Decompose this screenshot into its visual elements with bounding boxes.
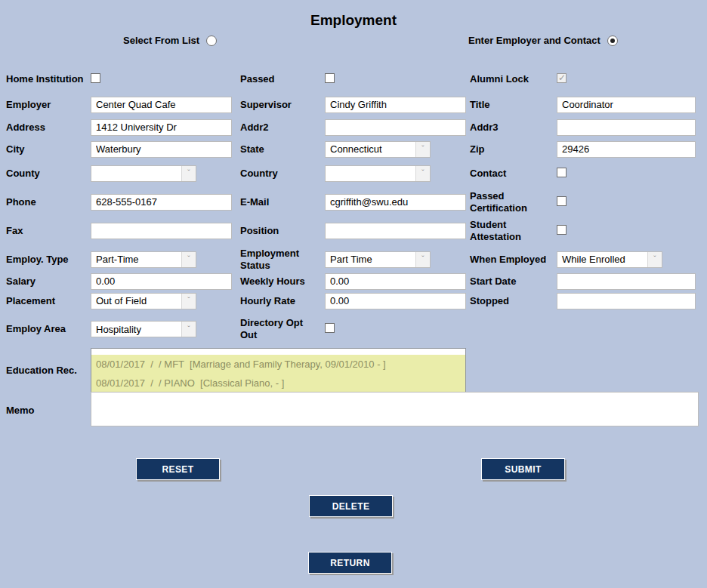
addr2-input[interactable] [325,119,466,136]
when-employed-select[interactable]: While Enrolled ˇ [557,251,662,268]
employment-status-select[interactable]: Part Time ˇ [325,251,431,268]
fax-label: Fax [6,225,91,237]
employ-type-select[interactable]: Part-Time ˇ [91,251,196,268]
passed-label: Passed [240,73,325,85]
submit-button[interactable]: SUBMIT [481,458,565,480]
passed-certification-checkbox[interactable] [557,196,567,206]
delete-button[interactable]: DELETE [309,495,393,517]
education-rec-list[interactable]: 08/01/2017 / / MFT [Marriage and Family … [91,348,466,393]
select-from-list-radio[interactable] [206,35,217,46]
fax-input[interactable] [91,223,232,239]
employ-area-label: Employ Area [6,323,91,335]
stopped-input[interactable] [557,293,696,309]
radio-group-enter-employer: Enter Employer and Contact [468,35,618,46]
alumni-lock-checkbox[interactable] [557,73,567,83]
position-label: Position [240,225,325,237]
hourly-rate-input[interactable] [325,293,466,309]
city-input[interactable] [91,141,232,158]
chevron-down-icon: ˇ [181,294,196,309]
placement-label: Placement [6,295,91,307]
county-label: County [6,168,91,180]
phone-label: Phone [6,196,91,208]
employment-form: Employment Select From List Enter Employ… [0,0,707,588]
page-title: Employment [0,12,707,29]
state-select-value: Connecticut [326,143,415,155]
salary-input[interactable] [91,273,232,290]
chevron-down-icon: ˇ [181,322,196,337]
return-button[interactable]: RETURN [308,552,392,574]
phone-input[interactable] [91,194,232,211]
education-rec-item[interactable]: 08/01/2017 / / PIANO [Classical Piano, -… [91,374,465,393]
county-select[interactable]: ˇ [91,165,196,182]
passed-certification-label: Passed Certification [470,190,557,214]
addr3-label: Addr3 [470,122,557,134]
student-attestation-checkbox[interactable] [557,225,567,235]
passed-checkbox[interactable] [325,73,335,83]
employ-type-select-value: Part-Time [91,254,181,265]
when-employed-select-value: While Enrolled [557,254,647,265]
reset-button[interactable]: RESET [136,458,220,480]
employer-input[interactable] [91,97,232,113]
chevron-down-icon: ˇ [415,252,430,267]
title-label: Title [470,99,557,111]
contact-label: Contact [470,168,557,180]
student-attestation-label: Student Attestation [470,219,557,242]
employer-label: Employer [6,99,91,111]
salary-label: Salary [6,276,91,288]
zip-input[interactable] [557,141,696,158]
weekly-hours-input[interactable] [325,273,466,290]
supervisor-input[interactable] [325,97,466,113]
employment-status-select-value: Part Time [326,254,415,265]
home-institution-checkbox[interactable] [91,73,100,83]
contact-checkbox[interactable] [557,168,567,177]
address-label: Address [6,122,91,134]
stopped-label: Stopped [470,295,557,307]
employ-area-select-value: Hospitality [91,324,181,335]
email-label: E-Mail [240,196,325,208]
state-select[interactable]: Connecticut ˇ [325,141,431,158]
chevron-down-icon: ˇ [181,252,196,267]
hourly-rate-label: Hourly Rate [240,295,325,307]
directory-opt-out-checkbox[interactable] [325,323,335,333]
memo-label: Memo [6,405,91,417]
education-rec-label: Education Rec. [6,365,91,377]
education-rec-item[interactable]: 08/01/2017 / / MFT [Marriage and Family … [91,355,465,374]
start-date-input[interactable] [557,273,696,290]
supervisor-label: Supervisor [240,99,325,111]
enter-employer-radio[interactable] [607,35,618,46]
select-from-list-label: Select From List [123,35,199,46]
weekly-hours-label: Weekly Hours [240,276,325,288]
addr3-input[interactable] [557,119,696,136]
start-date-label: Start Date [470,276,557,288]
enter-employer-label: Enter Employer and Contact [468,35,600,46]
chevron-down-icon: ˇ [181,166,196,181]
employment-status-label: Employment Status [240,248,325,271]
position-input[interactable] [325,223,466,239]
alumni-lock-label: Alumni Lock [470,73,557,85]
home-institution-label: Home Institution [6,73,91,85]
radio-group-select-from-list: Select From List [123,35,217,46]
placement-select[interactable]: Out of Field ˇ [91,293,196,309]
city-label: City [6,143,91,155]
title-input[interactable] [557,97,696,113]
address-input[interactable] [91,119,232,136]
addr2-label: Addr2 [240,122,325,134]
employ-area-select[interactable]: Hospitality ˇ [91,321,196,337]
employ-type-label: Employ. Type [6,254,91,266]
placement-select-value: Out of Field [91,295,181,306]
zip-label: Zip [470,143,557,155]
directory-opt-out-label: Directory Opt Out [240,317,325,340]
email-input[interactable] [325,194,466,211]
country-select[interactable]: ˇ [325,165,431,182]
memo-textarea[interactable] [91,392,699,426]
chevron-down-icon: ˇ [415,166,430,181]
chevron-down-icon: ˇ [415,142,430,157]
state-label: State [240,143,325,155]
country-label: Country [240,168,325,180]
chevron-down-icon: ˇ [647,252,662,267]
when-employed-label: When Employed [470,254,557,266]
